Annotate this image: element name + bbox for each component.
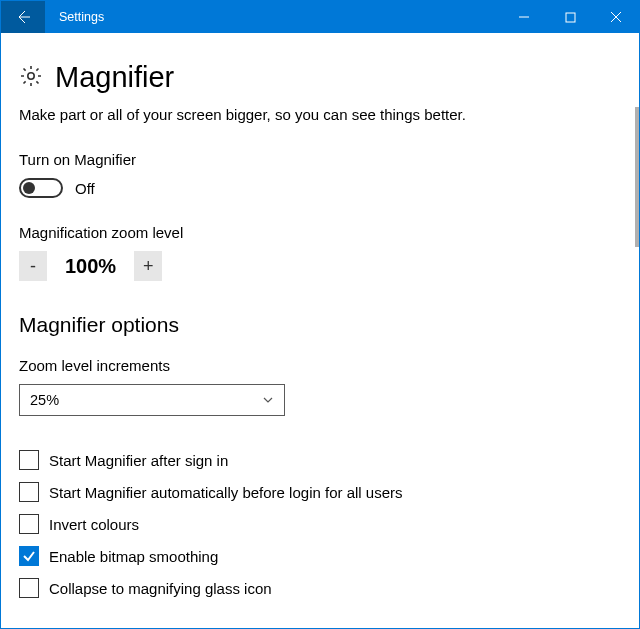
minimize-button[interactable] [501, 1, 547, 33]
checkbox-row: Start Magnifier after sign in [19, 450, 615, 470]
checkbox[interactable] [19, 546, 39, 566]
window-title: Settings [45, 1, 118, 33]
close-icon [610, 11, 622, 23]
close-button[interactable] [593, 1, 639, 33]
content: Magnifier Make part or all of your scree… [1, 33, 633, 628]
checkbox-label: Start Magnifier automatically before log… [49, 484, 403, 501]
svg-rect-1 [566, 13, 575, 22]
checkbox[interactable] [19, 450, 39, 470]
minimize-icon [518, 11, 530, 23]
zoom-label: Magnification zoom level [19, 224, 615, 241]
zoom-increase-button[interactable]: + [134, 251, 162, 281]
checkbox-label: Invert colours [49, 516, 139, 533]
back-button[interactable] [1, 1, 45, 33]
toggle-label: Turn on Magnifier [19, 151, 615, 168]
check-icon [22, 549, 36, 563]
checkbox[interactable] [19, 578, 39, 598]
checkbox-label: Start Magnifier after sign in [49, 452, 228, 469]
chevron-down-icon [262, 394, 274, 406]
checkbox[interactable] [19, 514, 39, 534]
toggle-state-text: Off [75, 180, 95, 197]
checkbox-row: Invert colours [19, 514, 615, 534]
maximize-icon [565, 12, 576, 23]
scrollbar[interactable] [633, 33, 639, 628]
toggle-knob [23, 182, 35, 194]
settings-window: Settings Magnifier Make part or all of y… [0, 0, 640, 629]
checkbox-label: Enable bitmap smoothing [49, 548, 218, 565]
scrollbar-thumb[interactable] [635, 107, 639, 247]
select-value: 25% [30, 392, 59, 408]
checkbox-list: Start Magnifier after sign inStart Magni… [19, 450, 615, 598]
zoom-increments-select[interactable]: 25% [19, 384, 285, 416]
svg-point-4 [28, 72, 34, 78]
page-header: Magnifier [19, 61, 615, 94]
increments-label: Zoom level increments [19, 357, 615, 374]
checkbox-row: Start Magnifier automatically before log… [19, 482, 615, 502]
magnifier-toggle-row: Off [19, 178, 615, 198]
arrow-left-icon [15, 9, 31, 25]
gear-icon [19, 64, 43, 92]
checkbox-row: Collapse to magnifying glass icon [19, 578, 615, 598]
zoom-decrease-button[interactable]: - [19, 251, 47, 281]
magnifier-toggle[interactable] [19, 178, 63, 198]
content-wrap: Magnifier Make part or all of your scree… [1, 33, 639, 628]
maximize-button[interactable] [547, 1, 593, 33]
zoom-value: 100% [59, 255, 122, 278]
page-title: Magnifier [55, 61, 174, 94]
zoom-row: - 100% + [19, 251, 615, 281]
page-subtitle: Make part or all of your screen bigger, … [19, 106, 615, 123]
checkbox[interactable] [19, 482, 39, 502]
checkbox-label: Collapse to magnifying glass icon [49, 580, 272, 597]
titlebar: Settings [1, 1, 639, 33]
checkbox-row: Enable bitmap smoothing [19, 546, 615, 566]
options-heading: Magnifier options [19, 313, 615, 337]
